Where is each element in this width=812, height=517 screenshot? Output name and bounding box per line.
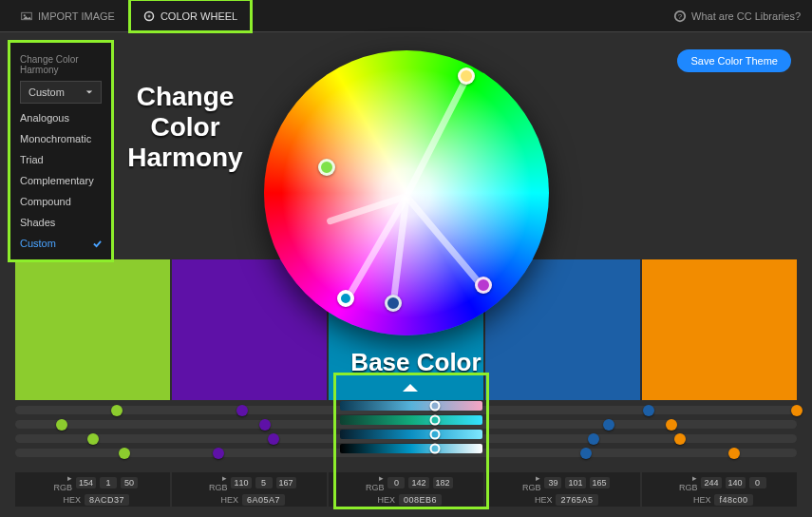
rgb-value[interactable]: 167 [276, 477, 296, 488]
rgb-label: ▸ RGB [202, 473, 227, 492]
rgb-value[interactable]: 154 [76, 477, 96, 488]
slider-dot[interactable] [580, 448, 592, 459]
tab-import-image[interactable]: IMPORT IMAGE [11, 0, 124, 31]
harmony-opt-shades[interactable]: Shades [10, 212, 111, 233]
rgb-value[interactable]: 0 [387, 477, 405, 488]
hex-label: HEX [527, 495, 552, 505]
wheel-handle[interactable] [337, 290, 354, 307]
gradient-handle[interactable] [430, 415, 441, 426]
gradient-handle[interactable] [430, 444, 441, 454]
swatch-5[interactable] [642, 259, 797, 400]
rgb-label: ▸ RGB [516, 473, 540, 492]
svg-point-1 [24, 14, 26, 16]
hex-value[interactable]: 2765A5 [556, 494, 597, 506]
slider-dot[interactable] [666, 419, 677, 431]
slider-dot[interactable] [588, 433, 599, 445]
harmony-select[interactable]: Custom [20, 81, 102, 104]
harmony-panel: Change Color Harmony Custom Analogous Mo… [9, 42, 112, 260]
slider-dot[interactable] [603, 419, 614, 431]
base-gradient-row[interactable] [340, 401, 482, 411]
rgb-value[interactable]: 142 [408, 477, 428, 488]
harmony-title: Change Color Harmony [10, 48, 111, 81]
gradient-handle[interactable] [430, 430, 441, 440]
rgb-label: ▸ RGB [47, 473, 72, 492]
rgb-value[interactable]: 1 [100, 477, 117, 488]
slider-dot[interactable] [56, 419, 67, 431]
swatch-1[interactable] [15, 259, 170, 400]
check-icon [93, 239, 102, 248]
svg-text:?: ? [678, 11, 683, 20]
wheel-handle[interactable] [458, 67, 475, 85]
value-strip: ▸ RGB154150HEX8ACD37 ▸ RGB1105167HEX6A05… [15, 472, 797, 507]
rgb-label: ▸ RGB [672, 473, 697, 492]
import-icon [21, 10, 32, 22]
chevron-down-icon [85, 88, 93, 96]
rgb-value[interactable]: 165 [590, 477, 610, 488]
rgb-value[interactable]: 0 [749, 477, 766, 488]
rgb-value[interactable]: 5 [255, 477, 273, 488]
slider-dot[interactable] [259, 419, 271, 431]
slider-dot[interactable] [674, 433, 686, 445]
help-icon: ? [673, 10, 687, 23]
slider-dot[interactable] [236, 405, 248, 416]
wheel-icon [143, 10, 155, 22]
hex-label: HEX [56, 495, 81, 505]
hex-value[interactable]: 8ACD37 [85, 494, 129, 506]
rgb-value[interactable]: 244 [701, 477, 721, 488]
base-gradient-row[interactable] [340, 430, 482, 439]
rgb-label: ▸ RGB [359, 473, 384, 492]
color-wheel[interactable] [264, 50, 549, 335]
rgb-value[interactable]: 101 [565, 477, 585, 488]
harmony-opt-monochromatic[interactable]: Monochromatic [10, 128, 111, 149]
base-gradient-row[interactable] [340, 415, 482, 425]
rgb-value[interactable]: 39 [544, 477, 561, 488]
slider-dot[interactable] [119, 448, 130, 459]
tab-label: COLOR WHEEL [161, 10, 237, 22]
hex-value[interactable]: 6A05A7 [242, 494, 285, 506]
overlay-change-harmony: Change Color Harmony [123, 82, 247, 174]
wheel-handle[interactable] [475, 277, 492, 294]
svg-point-3 [147, 14, 150, 17]
slider-dot[interactable] [643, 405, 654, 416]
rgb-value[interactable]: 50 [121, 477, 138, 488]
topbar: IMPORT IMAGE COLOR WHEEL ? What are CC L… [0, 0, 812, 32]
slider-dot[interactable] [791, 405, 803, 416]
cc-libraries-help[interactable]: ? What are CC Libraries? [673, 10, 801, 23]
base-gradient-row[interactable] [340, 444, 482, 453]
rgb-value[interactable]: 140 [726, 477, 746, 488]
rgb-value[interactable]: 110 [231, 477, 251, 488]
wheel-handle[interactable] [385, 295, 402, 312]
harmony-opt-triad[interactable]: Triad [10, 149, 111, 170]
save-color-theme-button[interactable]: Save Color Theme [677, 49, 791, 72]
hex-value[interactable]: 008EB6 [399, 494, 442, 506]
slider-dot[interactable] [728, 448, 740, 459]
wheel-handle[interactable] [318, 159, 335, 176]
hex-value[interactable]: f48c00 [714, 494, 752, 506]
base-color-arrow-icon [403, 384, 418, 392]
hex-label: HEX [214, 495, 238, 505]
harmony-opt-complementary[interactable]: Complementary [10, 170, 111, 191]
overlay-base-color: Base Color [345, 349, 487, 377]
rgb-value[interactable]: 182 [433, 477, 453, 488]
value-cell: ▸ RGB154150HEX8ACD37 [15, 472, 170, 507]
value-cell: ▸ RGB1105167HEX6A05A7 [172, 472, 327, 507]
harmony-opt-analogous[interactable]: Analogous [10, 107, 111, 128]
slider-dot[interactable] [213, 448, 224, 459]
harmony-opt-compound[interactable]: Compound [10, 191, 111, 212]
gradient-handle[interactable] [430, 401, 441, 412]
slider-dot[interactable] [111, 405, 123, 416]
slider-dot[interactable] [268, 433, 279, 445]
tab-label: IMPORT IMAGE [38, 10, 115, 22]
value-cell: ▸ RGB0142182HEX008EB6 [329, 472, 483, 507]
tab-color-wheel[interactable]: COLOR WHEEL [130, 0, 251, 31]
hex-label: HEX [370, 495, 395, 505]
value-cell: ▸ RGB39101165HEX2765A5 [485, 472, 640, 507]
hex-label: HEX [686, 495, 710, 505]
slider-dot[interactable] [87, 433, 99, 445]
value-cell: ▸ RGB2441400HEXf48c00 [642, 472, 797, 507]
harmony-opt-custom[interactable]: Custom [10, 233, 111, 254]
